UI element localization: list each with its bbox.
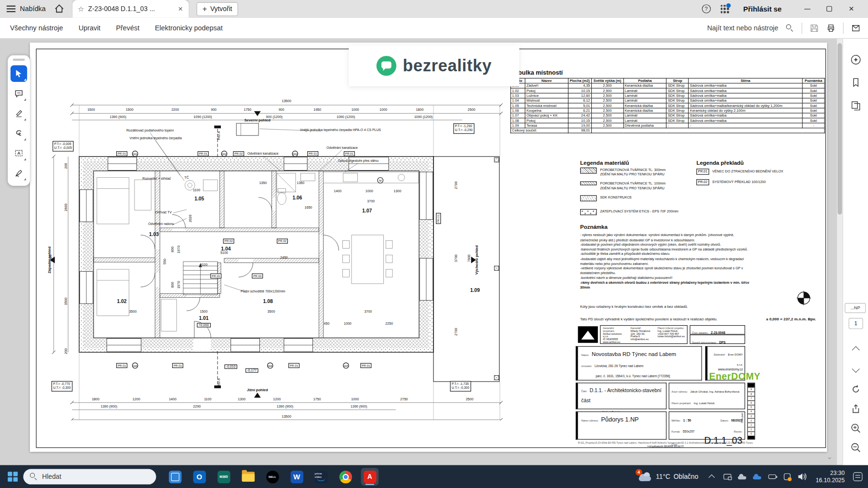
plan-label: 1350 (297, 181, 304, 185)
maximize-button[interactable] (818, 0, 841, 18)
dimension-row: 1390 (900)22901390 (900)1390 (900) (72, 404, 396, 408)
highlight-tool[interactable] (11, 105, 27, 121)
plus-icon: + (203, 4, 207, 13)
menu-button[interactable]: Nabídka (20, 5, 45, 13)
plan-label: -0,010 (224, 365, 237, 369)
material-swatch-etics (580, 209, 597, 215)
menu-icon[interactable] (7, 5, 15, 12)
taskbar-app-m365[interactable]: M365 (215, 468, 232, 486)
file-explorer-icon (242, 472, 254, 482)
ai-assistant-icon[interactable] (850, 54, 861, 66)
remote-session-icon[interactable] (783, 472, 793, 482)
plan-label: PR.02 (223, 238, 234, 243)
fountain-pen-icon (14, 169, 23, 177)
sign-in-button[interactable]: Přihlásit se (743, 5, 782, 13)
legend-lintels-title: Legenda překladů (696, 160, 744, 166)
draw-tool[interactable] (11, 125, 27, 141)
table-total-row: Celkový součet:98,01 (511, 128, 825, 133)
hidden-icons-chevron[interactable] (708, 472, 718, 482)
plan-label: 002 (292, 151, 298, 157)
rotate-page-icon[interactable] (851, 384, 861, 395)
save-icon[interactable] (810, 24, 818, 32)
select-tool[interactable] (11, 65, 27, 81)
start-button[interactable] (8, 472, 18, 482)
svg-text:A: A (17, 151, 21, 156)
plan-label: 006 (132, 362, 138, 369)
table-header: Plocha (m2) (568, 78, 591, 83)
help-icon[interactable]: ? (702, 4, 710, 13)
export-page-icon[interactable] (851, 404, 861, 414)
plan-label: 2700 (454, 182, 458, 189)
zoom-in-icon[interactable] (850, 423, 861, 434)
taskbar-app-outlook[interactable]: O (190, 468, 208, 486)
taskbar-clock[interactable]: 23:30 16.10.2025 (815, 470, 844, 484)
table-header: Podlaha (624, 78, 666, 83)
pdf-page[interactable]: bezrealitky (30, 42, 827, 451)
page-thumbnails-icon[interactable] (851, 101, 861, 111)
text-box-icon: A (14, 149, 23, 158)
print-icon[interactable] (827, 24, 835, 32)
speaker-icon[interactable] (798, 472, 808, 482)
notification-center-icon[interactable] (853, 472, 863, 481)
taskbar-app-primevideo[interactable]: prime video (312, 468, 330, 486)
comment-tool[interactable] (11, 85, 27, 102)
panel-drag-handle[interactable] (13, 59, 25, 61)
level-box: P.T.= -0,770U.T.= -0,300 (52, 381, 72, 392)
apps-grid-icon[interactable] (720, 5, 729, 13)
home-icon[interactable] (54, 3, 65, 14)
table-header: Stěna (689, 78, 802, 83)
star-icon[interactable]: ☆ (78, 5, 84, 13)
enerdomy-logo: EnerDOMY (709, 371, 743, 382)
table-row: 1.05Technická místnost5,012,500Keramická… (511, 103, 825, 108)
search-icon[interactable] (786, 24, 794, 32)
sign-tool[interactable] (11, 165, 27, 181)
taskbar-search[interactable]: Hledat (23, 469, 156, 484)
tab-close-icon[interactable]: ✕ (178, 5, 183, 13)
onedrive-blue-cloud-icon[interactable] (753, 472, 763, 482)
plan-label: 1970 (176, 281, 180, 289)
plan-label: PR.01 (116, 363, 127, 368)
close-button[interactable]: ✕ (841, 0, 863, 18)
collapsed-panel-tab[interactable]: ...NP (845, 303, 866, 313)
document-tab[interactable]: ☆ Z-23-0048 D.1.1_03 ... ✕ (72, 0, 189, 18)
next-page-chevron-icon[interactable] (853, 366, 858, 371)
scrollbar-thumb[interactable] (838, 43, 842, 215)
dimension-row: 13500 (72, 99, 501, 103)
menu-convert[interactable]: Převést (116, 24, 139, 32)
menu-esign[interactable]: Elektronicky podepsat (155, 24, 222, 32)
onedrive-gray-cloud-icon[interactable] (738, 472, 748, 482)
menu-all-tools[interactable]: Všechny nástroje (10, 24, 63, 32)
bezrealitky-logo-icon (376, 56, 396, 76)
taskbar-app-window[interactable] (166, 468, 184, 486)
text-box-tool[interactable]: A (11, 145, 27, 161)
taskbar-app-dell[interactable]: DELL (263, 468, 281, 486)
taskbar-app-chrome[interactable] (337, 468, 354, 486)
battery-icon[interactable] (768, 472, 778, 482)
cast-icon[interactable] (723, 472, 733, 482)
email-icon[interactable] (852, 24, 860, 32)
page-number-indicator[interactable]: 1 (849, 318, 863, 329)
table-header-row: ČísloNázevPlocha (m2)Světlá výška (m)Pod… (511, 78, 825, 83)
legend-material-item: SDK KONSTRUKCE (580, 195, 632, 201)
scroll-down-chevron-icon[interactable]: ⌄ (827, 452, 833, 461)
taskbar-app-explorer[interactable] (239, 468, 257, 486)
titleblock-drawing-name: Název výkresu: Půdorys 1.NP (576, 411, 666, 440)
zoom-out-icon[interactable] (850, 442, 861, 453)
taskbar-app-acrobat[interactable]: A (361, 468, 379, 486)
app-window-icon (169, 470, 181, 483)
vertical-scrollbar[interactable] (837, 39, 842, 465)
comment-icon (14, 89, 23, 98)
create-button[interactable]: + Vytvořit (196, 2, 238, 16)
plan-label: 450 (324, 322, 329, 326)
m365-icon: M365 (217, 470, 230, 483)
bookmarks-icon[interactable] (851, 78, 861, 88)
atribut-logo (578, 326, 597, 343)
table-row: 1.06Koupelna6,212,500Keramická dlažbaSDK… (511, 108, 825, 113)
previous-page-chevron-icon[interactable] (853, 347, 858, 353)
taskbar-app-word[interactable]: W (288, 468, 306, 486)
minimize-button[interactable] (796, 0, 818, 18)
weather-widget[interactable]: 4 11°COblačno (637, 472, 698, 481)
find-text-button[interactable]: Najít text nebo nástroje (707, 24, 778, 32)
menu-edit[interactable]: Upravit (79, 24, 100, 32)
plan-label: Půdní schodiště 700x1200mm (241, 290, 285, 293)
